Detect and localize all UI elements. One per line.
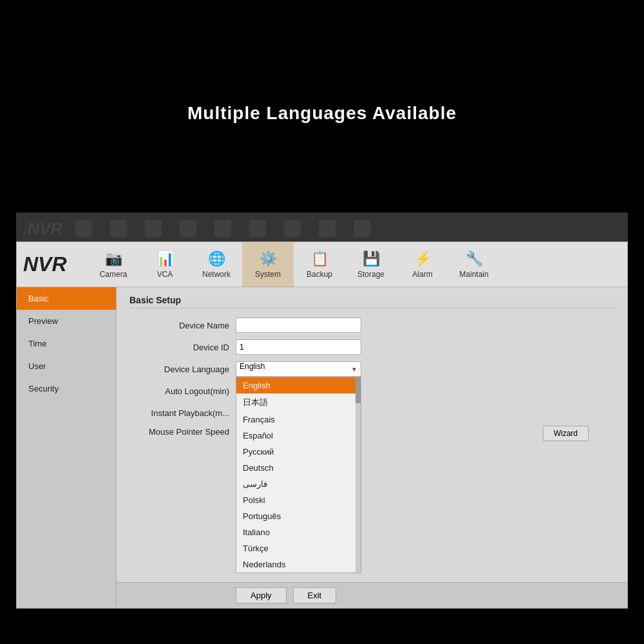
main-content: Basic Setup Device Name Device ID Device… bbox=[117, 287, 627, 608]
backup-icon: 📋 bbox=[311, 251, 328, 267]
nav-item-network[interactable]: 🌐 Network bbox=[191, 242, 242, 287]
dropdown-item-dutch[interactable]: Nederlands bbox=[236, 556, 361, 573]
nav-label-network: Network bbox=[202, 270, 231, 279]
nav-item-vca[interactable]: 📊 VCA bbox=[139, 242, 191, 287]
ghost-icons bbox=[75, 220, 370, 237]
dropdown-item-german[interactable]: Deutsch bbox=[236, 460, 361, 476]
dropdown-scroll-thumb[interactable] bbox=[355, 377, 361, 403]
nav-label-backup: Backup bbox=[307, 270, 332, 279]
dropdown-item-english[interactable]: English bbox=[236, 377, 361, 393]
nav-label-camera: Camera bbox=[100, 270, 128, 279]
dropdown-item-russian[interactable]: Русский bbox=[236, 444, 361, 460]
content-area: Basic Preview Time User Security Basic S… bbox=[17, 287, 627, 608]
storage-icon: 💾 bbox=[363, 251, 380, 267]
instant-playback-row: Instant Playback(m... bbox=[129, 405, 614, 421]
nav-items: 📷 Camera 📊 VCA 🌐 Network ⚙️ System 📋 Bac… bbox=[88, 242, 621, 287]
sidebar-item-preview[interactable]: Preview bbox=[17, 310, 116, 332]
dropdown-item-polish[interactable]: Polski bbox=[236, 492, 361, 508]
camera-icon: 📷 bbox=[105, 251, 122, 267]
ghost-nvr-logo: .NVR bbox=[23, 219, 62, 239]
sidebar: Basic Preview Time User Security bbox=[17, 287, 117, 608]
maintain-icon: 🔧 bbox=[466, 251, 483, 267]
dropdown-item-portuguese[interactable]: Português bbox=[236, 508, 361, 524]
mouse-pointer-row: Mouse Pointer Speed bbox=[129, 427, 614, 437]
top-nav: NVR 📷 Camera 📊 VCA 🌐 Network ⚙️ System 📋… bbox=[17, 242, 627, 287]
sidebar-item-user[interactable]: User bbox=[17, 355, 116, 377]
dropdown-item-farsi[interactable]: فارسی bbox=[236, 476, 361, 492]
auto-logout-label: Auto Logout(min) bbox=[129, 386, 236, 396]
auto-logout-row: Auto Logout(min) bbox=[129, 383, 614, 399]
instant-playback-label: Instant Playback(m... bbox=[129, 408, 236, 418]
sidebar-item-time[interactable]: Time bbox=[17, 332, 116, 355]
ghost-bar: .NVR bbox=[16, 213, 628, 245]
selected-language: English bbox=[240, 362, 265, 371]
nav-item-system[interactable]: ⚙️ System bbox=[242, 242, 294, 287]
dropdown-scrollbar[interactable] bbox=[355, 377, 361, 573]
dropdown-item-french[interactable]: Français bbox=[236, 412, 361, 428]
mouse-pointer-label: Mouse Pointer Speed bbox=[129, 427, 236, 437]
nav-item-backup[interactable]: 📋 Backup bbox=[294, 242, 345, 287]
section-title: Basic Setup bbox=[129, 295, 614, 308]
device-name-input[interactable] bbox=[236, 317, 361, 333]
device-language-label: Device Language bbox=[129, 365, 236, 374]
nvr-panel: NVR 📷 Camera 📊 VCA 🌐 Network ⚙️ System 📋… bbox=[16, 242, 628, 609]
dropdown-item-italian[interactable]: Italiano bbox=[236, 524, 361, 540]
nav-label-alarm: Alarm bbox=[412, 270, 432, 279]
device-name-label: Device Name bbox=[129, 321, 236, 330]
dropdown-item-japanese[interactable]: 日本語 bbox=[236, 393, 361, 412]
system-icon: ⚙️ bbox=[260, 251, 277, 267]
device-id-input[interactable] bbox=[236, 339, 361, 355]
alarm-icon: ⚡ bbox=[414, 251, 431, 267]
nav-label-storage: Storage bbox=[357, 270, 384, 279]
device-name-row: Device Name bbox=[129, 317, 614, 333]
nav-item-maintain[interactable]: 🔧 Maintain bbox=[448, 242, 500, 287]
nav-item-alarm[interactable]: ⚡ Alarm bbox=[397, 242, 448, 287]
nav-label-maintain: Maintain bbox=[459, 270, 488, 279]
nvr-logo: NVR bbox=[23, 252, 75, 276]
device-language-select-wrapper[interactable]: English ▼ bbox=[236, 361, 361, 377]
sidebar-item-basic[interactable]: Basic bbox=[17, 287, 116, 310]
device-language-row: Device Language English ▼ English 日本語 Fr… bbox=[129, 361, 614, 377]
network-icon: 🌐 bbox=[208, 251, 225, 267]
sidebar-item-security[interactable]: Security bbox=[17, 377, 116, 400]
apply-button[interactable]: Apply bbox=[236, 587, 287, 603]
dropdown-item-spanish[interactable]: Español bbox=[236, 428, 361, 444]
dropdown-item-turkish[interactable]: Türkçe bbox=[236, 540, 361, 556]
device-language-select[interactable]: English bbox=[236, 361, 361, 377]
nav-item-camera[interactable]: 📷 Camera bbox=[88, 242, 139, 287]
language-dropdown[interactable]: English 日本語 Français Español Русский Deu… bbox=[236, 377, 361, 573]
device-id-row: Device ID bbox=[129, 339, 614, 355]
nav-label-vca: VCA bbox=[157, 270, 173, 279]
exit-button[interactable]: Exit bbox=[293, 587, 337, 603]
hero-text: Multiple Languages Available bbox=[0, 103, 644, 124]
nav-item-storage[interactable]: 💾 Storage bbox=[345, 242, 397, 287]
nav-label-system: System bbox=[255, 270, 281, 279]
vca-icon: 📊 bbox=[156, 251, 174, 267]
device-id-label: Device ID bbox=[129, 343, 236, 352]
bottom-bar: Apply Exit bbox=[117, 582, 627, 608]
wizard-button[interactable]: Wizard bbox=[543, 426, 589, 441]
